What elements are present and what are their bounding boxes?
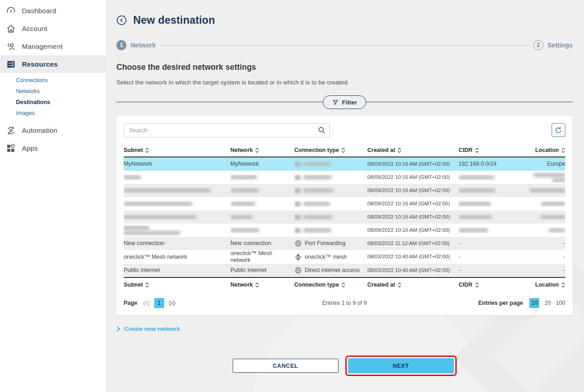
sidebar-item-automation[interactable]: Automation: [0, 121, 106, 139]
per-page-option-20[interactable]: 20: [544, 300, 551, 306]
redacted-text: [124, 175, 141, 179]
column-label: Created at: [367, 282, 395, 288]
first-page-button[interactable]: [141, 300, 150, 307]
redacted-text: [530, 188, 565, 193]
search-icon[interactable]: [318, 126, 326, 134]
column-header-subnet[interactable]: Subnet: [124, 282, 230, 288]
page-header: New destination: [116, 0, 573, 26]
sort-icon: [397, 282, 402, 288]
create-new-network-link[interactable]: Create new network: [116, 325, 180, 332]
search-input[interactable]: [124, 123, 330, 137]
cell-network: [230, 188, 294, 193]
redacted-text: [553, 178, 565, 182]
redacted-text: [459, 175, 494, 179]
filter-row: Filter: [116, 95, 573, 109]
column-label: Subnet: [124, 147, 143, 153]
table-row[interactable]: oneclick™ Mesh networkoneclick™ Mesh net…: [124, 250, 565, 264]
column-header-connection-type[interactable]: Connection type: [294, 282, 367, 288]
redacted-text: [541, 215, 565, 219]
sidebar-item-label: Automation: [22, 126, 57, 134]
sidebar-subitem-networks[interactable]: Networks: [0, 86, 106, 97]
sidebar-item-label: Management: [22, 42, 63, 50]
column-label: Location: [535, 282, 559, 288]
table-row[interactable]: 08/09/2022 10:16 AM (GMT+02:00): [124, 184, 565, 197]
table-row[interactable]: Public internetPublic internetDirect int…: [124, 264, 565, 277]
sort-icon: [397, 147, 402, 153]
per-page-option-10[interactable]: 10: [529, 298, 539, 308]
cancel-button[interactable]: CANCEL: [233, 359, 339, 373]
table-row[interactable]: 08/09/2022 10:16 AM (GMT+02:00): [124, 224, 565, 237]
table-row[interactable]: New connectionNew connectionPort Forward…: [124, 237, 565, 250]
sort-icon: [561, 282, 565, 288]
globe-icon: [294, 240, 302, 247]
table-row[interactable]: 08/09/2022 10:16 AM (GMT+02:00): [124, 171, 565, 184]
last-page-button[interactable]: [168, 300, 177, 307]
cell-subnet: oneclick™ Mesh network: [124, 254, 230, 261]
cell-connection-type: [294, 174, 367, 181]
table-row[interactable]: 08/09/2022 10:16 AM (GMT+02:00): [124, 210, 565, 224]
search-box: [124, 123, 330, 137]
cell-connection-type: Port Forwarding: [294, 240, 367, 247]
column-header-cidr[interactable]: CIDR: [459, 282, 527, 288]
sidebar-item-management[interactable]: Management: [0, 37, 106, 55]
table-header-row: SubnetNetworkConnection typeCreated atCI…: [124, 147, 565, 157]
sidebar-item-label: Dashboard: [22, 7, 56, 15]
filter-button[interactable]: Filter: [323, 95, 366, 109]
step-1-label: Network: [130, 42, 156, 49]
main-area: New destination 1 Network 2 Settings Cho…: [106, 0, 584, 392]
cell-connection-type: [294, 188, 367, 194]
redacted-text: [303, 228, 331, 232]
refresh-button[interactable]: [552, 123, 565, 137]
column-header-network[interactable]: Network: [230, 147, 294, 153]
per-page-option-100[interactable]: 100: [556, 300, 565, 306]
section-heading: Choose the desired network settings: [116, 63, 573, 72]
cell-location: -: [527, 240, 565, 247]
sidebar-item-label: Account: [22, 25, 47, 32]
redacted-text: [230, 228, 259, 232]
sort-icon: [255, 147, 259, 153]
column-header-subnet[interactable]: Subnet: [124, 147, 230, 153]
current-page-button[interactable]: 1: [154, 298, 164, 308]
cell-created-at: 08/03/2022 10:40 AM (GMT+02:00): [367, 267, 459, 274]
sort-icon: [475, 282, 479, 288]
redacted-text: [230, 175, 257, 179]
redacted-text: [124, 215, 196, 219]
redacted-text: [124, 231, 180, 235]
column-header-location[interactable]: Location: [527, 147, 565, 153]
column-header-connection-type[interactable]: Connection type: [294, 147, 367, 153]
app-window: DashboardAccountManagementResourcesConne…: [0, 0, 584, 392]
column-header-created-at[interactable]: Created at: [367, 147, 459, 153]
redacted-icon: [294, 201, 301, 207]
redacted-text: [124, 202, 192, 206]
sidebar-subitem-connections[interactable]: Connections: [0, 75, 106, 86]
sort-icon: [145, 147, 149, 153]
cell-network: Public internet: [230, 267, 294, 274]
sidebar-item-resources[interactable]: Resources: [0, 55, 106, 73]
cell-location: -: [527, 267, 565, 274]
annotation-highlight-next: NEXT: [345, 355, 457, 376]
cell-location: [527, 201, 565, 207]
funnel-icon: [332, 99, 339, 106]
sidebar-item-account[interactable]: Account: [0, 20, 106, 37]
table-row[interactable]: MyNetworkMyNetwork08/09/2022 10:16 AM (G…: [124, 157, 565, 171]
column-header-location[interactable]: Location: [527, 282, 565, 288]
column-header-network[interactable]: Network: [230, 282, 294, 288]
sidebar-subitem-images[interactable]: Images: [0, 108, 106, 119]
sidebar-item-dashboard[interactable]: Dashboard: [0, 2, 106, 20]
sidebar-item-apps[interactable]: Apps: [0, 139, 106, 157]
back-button[interactable]: [116, 15, 127, 26]
table-row[interactable]: 08/09/2022 10:16 AM (GMT+02:00): [124, 197, 565, 210]
cell-location: [527, 227, 565, 233]
cell-created-at: 08/09/2022 10:16 AM (GMT+02:00): [367, 174, 459, 181]
sort-icon: [145, 282, 149, 288]
redacted-text: [303, 202, 330, 206]
sidebar-subitem-destinations[interactable]: Destinations: [0, 97, 106, 108]
sidebar-subnav: ConnectionsNetworksDestinationsImages: [0, 73, 106, 121]
column-header-cidr[interactable]: CIDR: [459, 147, 527, 153]
column-header-created-at[interactable]: Created at: [367, 282, 459, 288]
cell-created-at: 08/03/2022 11:12 AM (GMT+02:00): [367, 240, 459, 247]
cell-subnet: [124, 201, 230, 207]
next-button[interactable]: NEXT: [348, 358, 454, 373]
cell-cidr: [459, 188, 527, 193]
redacted-text: [549, 228, 565, 232]
